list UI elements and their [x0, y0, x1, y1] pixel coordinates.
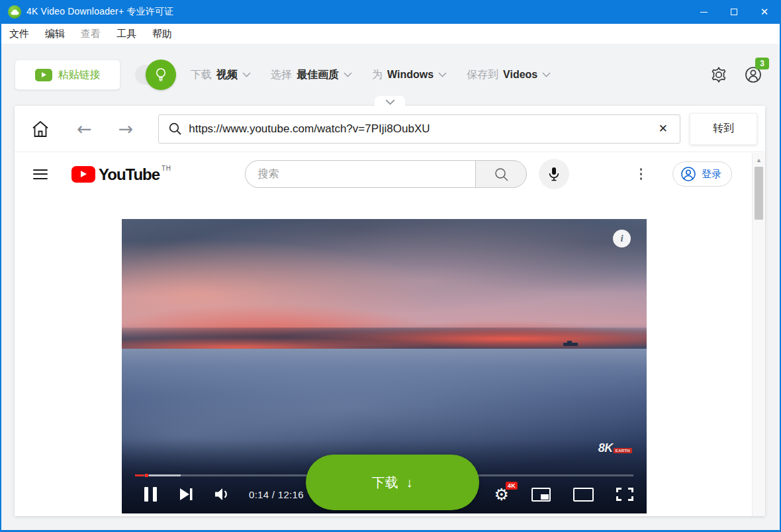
youtube-page: YouTube TH	[15, 153, 752, 516]
download-arrow-icon: ↓	[406, 475, 413, 490]
youtube-play-icon	[71, 166, 95, 183]
theater-mode-button[interactable]	[573, 488, 594, 502]
video-frame-ship	[563, 343, 578, 346]
user-circle-icon	[680, 166, 696, 182]
scrollbar-thumb[interactable]	[755, 167, 763, 220]
signin-label: 登录	[702, 168, 721, 181]
chevron-down-icon	[542, 72, 551, 77]
youtube-search-field[interactable]	[245, 160, 475, 188]
hamburger-menu-icon[interactable]	[33, 169, 48, 179]
save-location-value: Videos	[503, 69, 537, 81]
search-icon	[168, 122, 182, 136]
watermark-earth: EARTH	[614, 448, 632, 453]
download-button-label: 下载	[372, 474, 398, 492]
download-video-button[interactable]: 下载 ↓	[306, 455, 479, 510]
settings-gear-icon[interactable]	[710, 66, 728, 84]
download-type-value: 视频	[216, 68, 238, 82]
chevron-down-icon	[344, 72, 352, 77]
time-display: 0:14 / 12:16	[249, 489, 304, 500]
youtube-search-input[interactable]	[257, 168, 475, 180]
menu-view[interactable]: 查看	[81, 28, 101, 40]
download-type-label: 下载	[191, 68, 212, 82]
youtube-header: YouTube TH	[15, 153, 752, 195]
download-type-dropdown[interactable]: 下载 视频	[191, 68, 251, 82]
fullscreen-button[interactable]	[616, 488, 633, 501]
platform-dropdown[interactable]: 为 Windows	[372, 68, 447, 82]
chevron-down-icon	[242, 72, 251, 77]
url-input[interactable]	[189, 122, 655, 136]
quality-badge: 4K	[506, 482, 518, 490]
go-button[interactable]: 转到	[690, 113, 757, 145]
menu-help[interactable]: 帮助	[152, 28, 172, 40]
close-button[interactable]: ✕	[749, 0, 780, 24]
youtube-logo-text: YouTube	[99, 165, 160, 184]
next-icon	[179, 488, 193, 501]
chevron-down-icon	[438, 72, 447, 77]
progress-buffered	[149, 474, 181, 476]
volume-button[interactable]	[214, 487, 232, 502]
lightbulb-icon	[146, 60, 176, 90]
account-count-badge: 3	[755, 58, 769, 69]
titlebar: 4K Video Downloader+ 专业许可证 ✕	[1, 0, 780, 24]
account-user-icon[interactable]: 3	[744, 66, 762, 84]
save-location-label: 保存到	[467, 68, 498, 82]
quality-dropdown[interactable]: 选择 最佳画质	[271, 68, 352, 82]
watermark-8k: 8K	[598, 441, 613, 455]
miniplayer-button[interactable]	[531, 488, 551, 502]
app-window: 4K Video Downloader+ 专业许可证 ✕ 文件 编辑 查看 工具…	[0, 0, 781, 532]
url-bar[interactable]: ✕	[158, 114, 680, 144]
quality-value: 最佳画质	[297, 68, 339, 82]
back-arrow-icon[interactable]: ←	[77, 120, 92, 138]
smart-mode-toggle[interactable]	[135, 65, 173, 85]
menu-tools[interactable]: 工具	[116, 28, 136, 40]
microphone-icon	[547, 167, 561, 181]
chevron-down-icon	[385, 99, 395, 105]
clear-url-icon[interactable]: ✕	[655, 122, 672, 136]
minimize-button[interactable]	[688, 0, 719, 24]
miniplayer-icon	[531, 488, 551, 502]
paste-link-button[interactable]: 粘贴链接	[15, 60, 120, 90]
home-icon[interactable]	[30, 119, 50, 139]
next-button[interactable]	[179, 488, 193, 501]
app-logo-icon	[8, 5, 21, 19]
menu-edit[interactable]: 编辑	[45, 28, 65, 40]
save-location-dropdown[interactable]: 保存到 Videos	[467, 68, 551, 82]
player-settings-button[interactable]: ⚙ 4K	[494, 486, 509, 503]
kebab-menu-icon[interactable]	[636, 164, 647, 184]
youtube-search-button[interactable]	[475, 160, 527, 188]
play-badge-icon	[35, 69, 52, 81]
theater-icon	[573, 488, 594, 502]
window-title: 4K Video Downloader+ 专业许可证	[26, 6, 173, 18]
paste-link-label: 粘贴链接	[58, 68, 101, 82]
browser-navbar: ← → ✕ 转到	[15, 106, 765, 152]
youtube-logo[interactable]: YouTube TH	[71, 165, 171, 184]
platform-value: Windows	[387, 69, 434, 81]
menu-file[interactable]: 文件	[9, 28, 29, 40]
youtube-region-code: TH	[161, 165, 171, 172]
signin-button[interactable]: 登录	[672, 161, 732, 187]
quality-label: 选择	[271, 68, 292, 82]
collapse-toolbar-tab[interactable]	[375, 96, 405, 107]
menu-bar: 文件 编辑 查看 工具 帮助	[1, 24, 780, 44]
pause-button[interactable]	[144, 487, 157, 502]
progress-scrubber[interactable]	[145, 474, 148, 477]
browser-panel: ← → ✕ 转到 YouTube TH	[15, 106, 765, 516]
speaker-icon	[214, 487, 232, 502]
search-icon	[494, 167, 509, 182]
maximize-button[interactable]	[719, 0, 749, 24]
platform-label: 为	[372, 68, 383, 82]
video-player[interactable]: i 8K EARTH	[122, 219, 647, 513]
fullscreen-icon	[616, 488, 633, 501]
page-scrollbar[interactable]: ▲	[752, 153, 765, 516]
forward-arrow-icon[interactable]: →	[118, 120, 134, 138]
progress-played	[135, 474, 144, 476]
scroll-up-arrow-icon[interactable]: ▲	[753, 157, 765, 163]
voice-search-button[interactable]	[539, 159, 569, 189]
info-icon[interactable]: i	[613, 230, 631, 247]
video-watermark: 8K EARTH	[598, 441, 632, 455]
